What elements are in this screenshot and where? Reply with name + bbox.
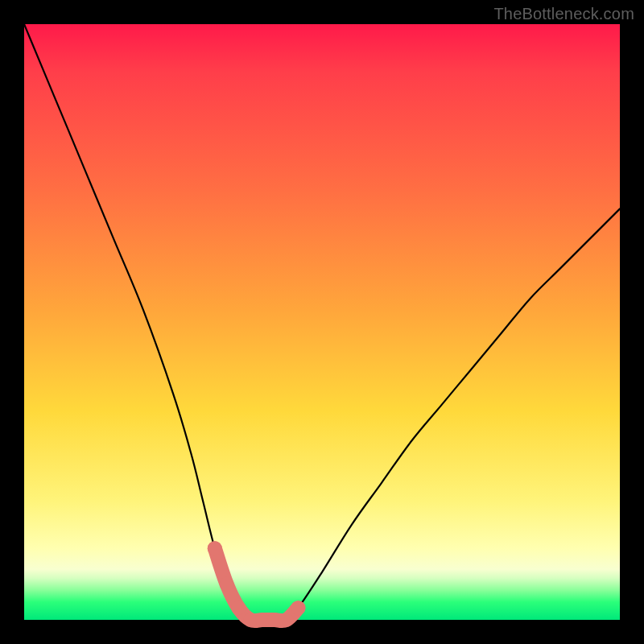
chart-frame: TheBottleneck.com <box>0 0 644 644</box>
trough-marker <box>208 541 222 555</box>
bottleneck-curve <box>24 24 620 621</box>
watermark-text: TheBottleneck.com <box>493 5 634 23</box>
trough-marker <box>220 577 234 592</box>
trough-marker <box>279 613 294 627</box>
chart-svg <box>24 24 620 620</box>
trough-marker <box>291 601 305 615</box>
trough-marker <box>231 601 246 615</box>
plot-area <box>24 24 620 620</box>
